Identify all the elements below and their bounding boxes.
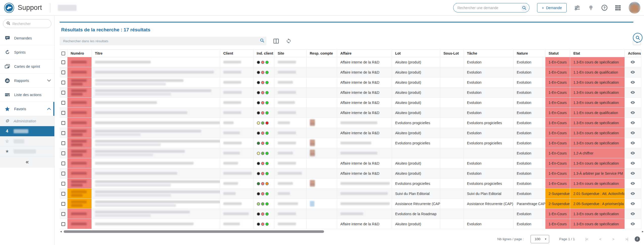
results-filter[interactable] — [60, 37, 266, 45]
view-eye-icon[interactable] — [630, 201, 635, 206]
column-header-tache[interactable]: Tâche — [464, 50, 513, 57]
select-all-checkbox[interactable] — [61, 52, 65, 55]
scroll-right-icon[interactable]: ► — [641, 230, 644, 233]
table-row[interactable]: Affaire interne de la R&D Akuiteo (produ… — [60, 158, 641, 168]
view-eye-icon[interactable] — [630, 211, 635, 216]
row-checkbox[interactable] — [61, 192, 65, 196]
results-filter-input[interactable] — [63, 39, 260, 43]
row-checkbox[interactable] — [61, 222, 65, 226]
horizontal-scrollbar[interactable]: ◄ ► — [60, 230, 644, 233]
row-checkbox[interactable] — [61, 71, 65, 74]
column-header-lot[interactable]: Lot — [392, 50, 440, 57]
column-header-nature[interactable]: Nature — [513, 50, 545, 57]
view-eye-icon[interactable] — [630, 70, 635, 75]
table-row[interactable]: Suivi du Plan Editorial Suivi du Plan Ed… — [60, 189, 641, 199]
view-eye-icon[interactable] — [630, 221, 635, 226]
table-row[interactable]: Affaire interne de la R&D Akuiteo (produ… — [60, 57, 641, 67]
column-header-client[interactable]: Client — [220, 50, 253, 57]
scrollbar-track[interactable] — [63, 230, 640, 233]
row-checkbox[interactable] — [61, 91, 65, 95]
column-header-numero[interactable]: Numéro — [67, 50, 91, 57]
rows-per-page-select[interactable]: 100 ▾ — [531, 235, 549, 243]
view-eye-icon[interactable] — [630, 60, 635, 64]
refresh-icon[interactable] — [286, 38, 292, 44]
scroll-left-icon[interactable]: ◄ — [60, 230, 62, 233]
row-checkbox[interactable] — [61, 162, 65, 165]
first-page-icon[interactable]: |< — [585, 237, 588, 241]
table-row[interactable]: Affaire interne de la R&D Akuiteo (produ… — [60, 87, 641, 98]
column-header-resp-compte[interactable]: Resp. compte — [306, 50, 337, 57]
table-row[interactable]: Affaire interne de la R&D Akuiteo (produ… — [60, 108, 641, 118]
view-eye-icon[interactable] — [630, 191, 635, 196]
table-row[interactable]: Evolutions progicielles Evolutions progi… — [60, 179, 641, 189]
sidebar-item-cartes-de-sprint[interactable]: Cartes de sprint — [0, 59, 54, 74]
column-settings-icon[interactable] — [273, 38, 279, 44]
favorite-item-selected[interactable]: 4 — [0, 126, 54, 136]
sidebar-item-liste-des-actions[interactable]: Liste des actions — [0, 88, 54, 102]
view-eye-icon[interactable] — [630, 161, 635, 166]
table-row[interactable]: Evolutions progicielles Evolutions progi… — [60, 138, 641, 148]
sidebar-item-sprints[interactable]: Sprints — [0, 45, 54, 59]
global-search[interactable] — [453, 3, 530, 12]
filter-sliders-icon[interactable] — [574, 5, 580, 11]
help-icon[interactable]: ? — [602, 5, 607, 11]
sidebar-search[interactable] — [3, 19, 51, 28]
view-eye-icon[interactable] — [630, 100, 635, 105]
lightbulb-icon[interactable] — [588, 5, 594, 11]
row-checkbox[interactable] — [61, 111, 65, 115]
column-header-ind-client[interactable]: Ind. client — [253, 50, 274, 57]
table-row[interactable]: Assistance Récurrente (CAP) Assistance R… — [60, 199, 641, 209]
view-eye-icon[interactable] — [630, 80, 635, 85]
row-checkbox[interactable] — [61, 151, 65, 155]
favorite-item-2[interactable]: ☆ — [0, 136, 54, 146]
row-checkbox[interactable] — [61, 60, 65, 64]
table-row[interactable]: Evolutions progicielles Evolutions progi… — [60, 118, 641, 128]
row-checkbox[interactable] — [61, 131, 65, 135]
sidebar-item-rapports[interactable]: Rapports — [0, 74, 54, 88]
view-eye-icon[interactable] — [630, 181, 635, 186]
column-header-etat[interactable]: Etat — [570, 50, 625, 57]
last-page-icon[interactable]: >| — [625, 237, 628, 241]
table-row[interactable]: Affaire interne de la R&D Akuiteo (produ… — [60, 219, 641, 229]
view-eye-icon[interactable] — [630, 151, 635, 155]
prev-page-icon[interactable]: < — [599, 237, 601, 241]
sidebar-collapse-button[interactable]: « — [0, 157, 54, 168]
search-icon[interactable] — [260, 38, 264, 44]
table-row[interactable]: Evolutions de la Roadmap Evolution 1-En-… — [60, 209, 641, 219]
favorite-item-administration[interactable]: ⚙ Administration — [0, 116, 54, 126]
view-eye-icon[interactable] — [630, 90, 635, 95]
row-checkbox[interactable] — [61, 141, 65, 145]
column-header-site[interactable]: Site — [274, 50, 306, 57]
row-checkbox[interactable] — [61, 101, 65, 105]
table-row[interactable]: Affaire interne de la R&D Akuiteo (produ… — [60, 77, 641, 87]
view-eye-icon[interactable] — [630, 130, 635, 135]
floating-search-button[interactable] — [633, 33, 642, 42]
search-icon[interactable] — [521, 4, 528, 11]
user-avatar[interactable] — [629, 2, 640, 14]
row-checkbox[interactable] — [61, 172, 65, 175]
row-checkbox[interactable] — [61, 202, 65, 206]
column-header-sous-lot[interactable]: Sous-Lot — [440, 50, 464, 57]
column-header-titre[interactable]: Titre — [91, 50, 220, 57]
table-row[interactable]: Affaire interne de la R&D Akuiteo (produ… — [60, 128, 641, 138]
row-checkbox[interactable] — [61, 81, 65, 84]
sidebar-search-input[interactable] — [12, 22, 49, 26]
column-header-statut[interactable]: Statut — [545, 50, 570, 57]
column-header-affaire[interactable]: Affaire — [337, 50, 392, 57]
new-demande-button[interactable]: + Demande — [537, 3, 567, 12]
table-row[interactable]: Evolution 1-En-Cours 1.2-A chiffrer — [60, 148, 641, 158]
sidebar-item-favoris[interactable]: Favoris — [0, 102, 54, 116]
global-search-input[interactable] — [457, 6, 521, 10]
view-eye-icon[interactable] — [630, 120, 635, 125]
table-row[interactable]: Affaire interne de la R&D Akuiteo (produ… — [60, 98, 641, 108]
view-eye-icon[interactable] — [630, 171, 635, 176]
favorite-item-3[interactable]: ★ — [0, 146, 54, 157]
view-eye-icon[interactable] — [630, 141, 635, 145]
apps-grid-icon[interactable] — [615, 5, 621, 11]
next-page-icon[interactable]: > — [612, 237, 614, 241]
row-checkbox[interactable] — [61, 182, 65, 186]
table-row[interactable]: Affaire interne de la R&D Akuiteo (produ… — [60, 67, 641, 77]
row-checkbox[interactable] — [61, 121, 65, 125]
sidebar-item-demandes[interactable]: Demandes — [0, 31, 54, 45]
info-icon[interactable]: i — [635, 236, 640, 242]
